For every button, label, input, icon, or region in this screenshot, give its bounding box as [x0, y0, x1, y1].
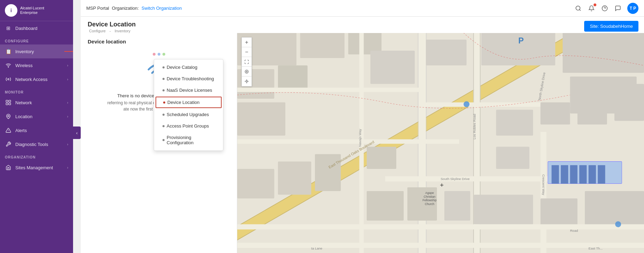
svg-rect-53 — [278, 162, 311, 195]
svg-rect-49 — [578, 95, 607, 124]
panel-title: Device location — [88, 39, 230, 44]
svg-rect-43 — [570, 165, 577, 183]
svg-rect-41 — [551, 165, 559, 183]
sites-icon — [5, 164, 12, 171]
wireless-icon — [5, 62, 12, 69]
dot-blue — [158, 53, 160, 56]
svg-text:Church: Church — [425, 202, 435, 206]
sidebar-item-alerts[interactable]: Alerts — [0, 123, 73, 137]
dropdown-item-device-location[interactable]: Device Location — [156, 97, 222, 108]
help-icon[interactable] — [601, 5, 609, 12]
breadcrumb: Configure - Inventory — [88, 29, 637, 33]
topbar: MSP Portal Organization: Switch Organiza… — [81, 0, 644, 17]
dropdown-item-device-troubleshooting[interactable]: Device Troubleshooting — [154, 73, 223, 84]
bullet-icon — [162, 78, 165, 80]
svg-rect-62 — [237, 224, 644, 229]
svg-rect-45 — [589, 165, 596, 183]
svg-rect-38 — [563, 33, 644, 73]
bullet-icon — [162, 89, 165, 91]
sidebar-item-dashboard[interactable]: ⊞ Dashboard — [0, 21, 73, 35]
zoom-out-button[interactable]: − — [242, 47, 252, 57]
svg-point-6 — [8, 115, 9, 117]
svg-rect-52 — [237, 169, 274, 198]
sidebar-item-network-access[interactable]: Network Access › — [0, 72, 73, 86]
network-icon — [5, 99, 12, 106]
svg-point-81 — [245, 70, 248, 73]
dropdown-item-scheduled-upgrades[interactable]: Scheduled Upgrades — [154, 109, 223, 120]
svg-text:Christian: Christian — [424, 195, 436, 198]
fullscreen-button[interactable] — [242, 57, 252, 67]
svg-rect-48 — [540, 103, 570, 125]
topbar-right: T P — [574, 3, 638, 14]
svg-text:P: P — [518, 36, 524, 45]
diagnostic-chevron: › — [67, 142, 68, 146]
inventory-icon: 📋 — [5, 48, 12, 55]
dropdown-item-provisioning-config[interactable]: Provisioning Configuration — [154, 132, 223, 148]
sidebar-item-location[interactable]: Location › — [0, 109, 73, 123]
site-button[interactable]: Site: SoudabehHome — [584, 21, 638, 32]
svg-text:+: + — [440, 181, 444, 189]
svg-rect-35 — [371, 51, 415, 84]
sidebar-item-sites-management[interactable]: Sites Management › — [0, 161, 73, 174]
svg-point-82 — [246, 71, 247, 72]
svg-text:Fellowship: Fellowship — [423, 198, 437, 202]
sidebar-item-network[interactable]: Network › — [0, 96, 73, 109]
map-svg: P + East Thousand Oaks Boulevard North S… — [237, 33, 644, 253]
zoom-in-button[interactable]: + — [242, 38, 252, 47]
sidebar-item-wireless[interactable]: Wireless › — [0, 58, 73, 72]
svg-rect-19 — [237, 103, 285, 136]
red-arrow — [64, 50, 73, 53]
svg-rect-32 — [237, 88, 422, 92]
organization-section-label: ORGANIZATION — [0, 151, 73, 161]
svg-rect-51 — [496, 147, 530, 169]
chat-icon[interactable] — [614, 5, 622, 12]
svg-rect-60 — [540, 198, 577, 228]
diagnostic-icon — [5, 141, 12, 148]
switch-org-link[interactable]: Switch Organization — [142, 6, 182, 11]
topbar-left: MSP Portal Organization: Switch Organiza… — [86, 6, 182, 11]
bullet-icon — [162, 139, 165, 141]
svg-rect-4 — [6, 103, 8, 105]
svg-point-0 — [8, 67, 8, 67]
svg-rect-61 — [585, 191, 644, 228]
svg-point-80 — [615, 221, 621, 227]
svg-point-79 — [463, 101, 469, 107]
monitor-section-label: MONITOR — [0, 86, 73, 96]
org-label: Organization: — [112, 6, 139, 11]
svg-rect-3 — [9, 100, 10, 102]
page-title: Device Location — [88, 21, 637, 28]
svg-text:Crescent Way: Crescent Way — [542, 174, 546, 195]
sidebar-item-inventory[interactable]: 📋 Inventory — [0, 44, 73, 58]
user-avatar[interactable]: T P — [627, 3, 638, 14]
msp-portal-label[interactable]: MSP Portal — [86, 6, 109, 11]
svg-text:South Skyline Drive: South Skyline Drive — [441, 177, 470, 181]
dot-green — [162, 53, 165, 56]
svg-rect-58 — [444, 191, 470, 221]
svg-rect-33 — [237, 139, 459, 144]
location-icon — [5, 113, 12, 120]
layers-button[interactable] — [242, 67, 252, 76]
map-area: P + East Thousand Oaks Boulevard North S… — [237, 33, 644, 253]
dropdown-item-naas-licenses[interactable]: NaaS Device Licenses — [154, 84, 223, 96]
search-icon[interactable] — [574, 5, 582, 12]
dropdown-item-device-catalog[interactable]: Device Catalog — [154, 62, 223, 73]
svg-rect-5 — [9, 103, 10, 105]
bullet-icon — [162, 66, 165, 68]
notification-icon[interactable] — [588, 5, 595, 12]
dropdown-item-access-point-groups[interactable]: Access Point Groups — [154, 120, 223, 132]
svg-point-1 — [8, 79, 9, 80]
map-controls: + − — [241, 37, 252, 87]
svg-point-9 — [576, 6, 580, 10]
sidebar-item-diagnostic-tools[interactable]: Diagnostic Tools › — [0, 137, 73, 151]
sites-chevron: › — [67, 166, 68, 170]
alerts-icon — [5, 127, 12, 134]
svg-rect-36 — [426, 40, 467, 65]
bullet-icon — [163, 101, 165, 104]
svg-text:Road: Road — [570, 229, 578, 232]
logo-text: Alcatel·Lucent Enterprise — [20, 6, 44, 15]
network-access-icon — [5, 76, 12, 83]
sidebar-collapse-button[interactable]: ‹ — [73, 126, 81, 139]
locate-button[interactable] — [242, 76, 252, 86]
page-header: Device Location Configure - Inventory — [81, 17, 644, 33]
svg-rect-27 — [473, 33, 474, 253]
